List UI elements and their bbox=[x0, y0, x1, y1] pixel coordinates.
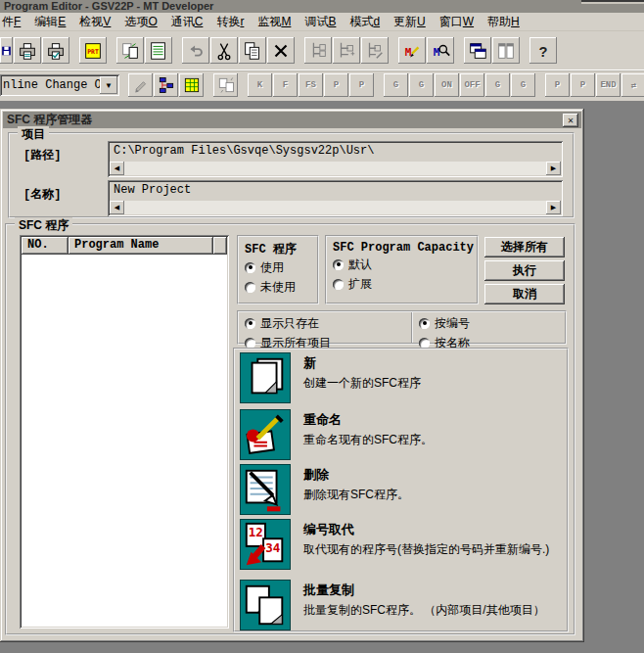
action-description: 创建一个新的SFC程序 bbox=[303, 375, 560, 391]
chevron-down-icon[interactable]: ▼ bbox=[100, 76, 117, 94]
menu-item-c[interactable]: 通讯C bbox=[164, 13, 210, 31]
branch-add-icon bbox=[333, 37, 360, 64]
name-field[interactable]: New Project ◀ ▶ bbox=[108, 180, 563, 216]
dialog-titlebar[interactable]: SFC 程序管理器 ✕ bbox=[3, 112, 581, 128]
cut-icon[interactable] bbox=[210, 37, 238, 64]
radio-icon[interactable] bbox=[245, 338, 255, 349]
menu-item-w[interactable]: 窗口W bbox=[433, 13, 481, 31]
execute-button[interactable]: 执行 bbox=[484, 260, 565, 281]
radio-icon[interactable] bbox=[333, 259, 344, 270]
menu-item-v[interactable]: 检视V bbox=[72, 13, 117, 31]
menu-item-e[interactable]: 编辑E bbox=[27, 13, 72, 31]
sfc-symbol-button-g: G bbox=[409, 73, 434, 97]
project-groupbox: 项目 [路径] C:\Program Files\Gsvqe\Sysgsv22p… bbox=[8, 132, 575, 218]
menu-item-u[interactable]: 更新U bbox=[387, 13, 433, 31]
sfc-symbol-button-g: G bbox=[384, 73, 408, 97]
radio-label: 使用 bbox=[260, 259, 284, 276]
sfc-symbol-button-f: F bbox=[273, 73, 298, 97]
name-scrollbar[interactable]: ◀ ▶ bbox=[110, 201, 561, 214]
action-description: 批量复制的SFC程序。 （内部项目/其他项目） bbox=[303, 602, 560, 618]
program-list-header: NO.Program Name bbox=[22, 237, 227, 255]
scroll-right-icon[interactable]: ▶ bbox=[546, 201, 561, 214]
action-row-delete: 删除删除现有SFC程序。 bbox=[235, 461, 567, 516]
sfc-program-option-使用[interactable]: 使用 bbox=[239, 257, 317, 277]
background-window-corner bbox=[581, 0, 644, 4]
printer-check-icon[interactable] bbox=[42, 37, 69, 64]
capacity-option-默认[interactable]: 默认 bbox=[327, 255, 477, 274]
pages-transfer-icon[interactable] bbox=[116, 37, 144, 64]
close-button[interactable]: ✕ bbox=[563, 114, 578, 127]
monitor-red-icon[interactable]: M bbox=[398, 37, 426, 64]
doc-grid-icon[interactable] bbox=[145, 37, 172, 64]
app-title: Program Editor - GSV22P - MT Developer bbox=[4, 0, 213, 12]
menu-item-h[interactable]: 帮助H bbox=[481, 13, 527, 31]
scroll-left-icon[interactable]: ◀ bbox=[110, 162, 124, 175]
rename-icon[interactable] bbox=[240, 409, 291, 460]
radio-label: 扩展 bbox=[348, 276, 372, 293]
path-field[interactable]: C:\Program Files\Gsvqe\Sysgsv22p\Usr\ ◀ … bbox=[108, 141, 563, 177]
scroll-left-icon[interactable]: ◀ bbox=[110, 201, 124, 214]
copy-icon[interactable] bbox=[239, 37, 266, 64]
name-label: [名称] bbox=[23, 186, 61, 203]
display-option-显示只存在[interactable]: 显示只存在 bbox=[239, 313, 411, 333]
menu-item-f[interactable]: 件F bbox=[0, 13, 27, 31]
list-column-extra[interactable] bbox=[213, 237, 227, 255]
menu-bar: 件F编辑E检视V选项O通讯C转换r监视M调试B模式d更新U窗口W帮助H bbox=[0, 13, 644, 31]
path-scroll-track[interactable] bbox=[124, 162, 546, 175]
window-cascade-icon[interactable] bbox=[464, 37, 491, 64]
grid-yellow-icon[interactable] bbox=[179, 73, 204, 97]
radio-icon[interactable] bbox=[245, 262, 255, 273]
display-panel: 显示只存在显示所有项目 按编号按名称 bbox=[237, 310, 567, 345]
action-row-new-doc: 新创建一个新的SFC程序 bbox=[235, 350, 567, 406]
program-list[interactable]: NO.Program Name bbox=[20, 235, 229, 629]
printer-icon[interactable] bbox=[14, 37, 41, 64]
menu-item-o[interactable]: 选项O bbox=[117, 13, 163, 31]
renumber-icon[interactable]: 1234 bbox=[240, 519, 291, 570]
radio-icon[interactable] bbox=[419, 318, 430, 329]
radio-icon[interactable] bbox=[245, 318, 255, 329]
delete-x-icon[interactable] bbox=[267, 37, 295, 64]
delete-icon[interactable] bbox=[240, 464, 291, 515]
new-doc-icon[interactable] bbox=[240, 352, 291, 403]
menu-item-d[interactable]: 模式d bbox=[343, 13, 387, 31]
batch-copy-icon[interactable] bbox=[240, 580, 291, 630]
radio-label: 显示只存在 bbox=[260, 315, 319, 332]
menu-item-r[interactable]: 转换r bbox=[209, 13, 251, 31]
select-all-button[interactable]: 选择所有 bbox=[484, 237, 565, 257]
save-icon[interactable] bbox=[0, 37, 13, 64]
action-row-batch-copy: 批量复制批量复制的SFC程序。 （内部项目/其他项目） bbox=[235, 577, 567, 630]
side-buttons: 选择所有执行取消 bbox=[484, 237, 565, 307]
radio-icon[interactable] bbox=[245, 282, 255, 293]
name-scroll-track[interactable] bbox=[124, 201, 546, 214]
scroll-right-icon[interactable]: ▶ bbox=[546, 162, 561, 175]
sfc-symbol-button-g: G bbox=[511, 73, 535, 97]
sfc-program-option-未使用[interactable]: 未使用 bbox=[239, 277, 317, 297]
radio-icon[interactable] bbox=[333, 279, 344, 290]
radio-icon[interactable] bbox=[419, 338, 430, 349]
svg-text:12: 12 bbox=[249, 525, 263, 539]
sfc-symbol-button-⇄: ⇄ bbox=[621, 73, 644, 97]
sfc-program-panel-title: SFC 程序 bbox=[239, 237, 317, 257]
tree-colored-icon[interactable] bbox=[154, 73, 178, 97]
online-change-value: nline Change OFF bbox=[0, 78, 100, 92]
list-column-no-[interactable]: NO. bbox=[22, 237, 69, 255]
capacity-option-扩展[interactable]: 扩展 bbox=[327, 274, 477, 294]
help-icon[interactable]: ? bbox=[529, 37, 557, 64]
sfc-symbol-button-on: ON bbox=[435, 73, 459, 97]
toolbar-sfc: nline Change OFF ▼ KFFSPPGGONOFFGGPPEND⇄ bbox=[0, 70, 644, 101]
action-row-renumber: 1234编号取代取代现有的程序号(替换指定的号码并重新编号.) bbox=[235, 516, 567, 577]
sort-option-按编号[interactable]: 按编号 bbox=[413, 313, 565, 333]
branch-edit-icon bbox=[361, 37, 389, 64]
menu-item-m[interactable]: 监视M bbox=[251, 13, 298, 31]
sfc-symbol-button-fs: FS bbox=[299, 73, 323, 97]
monitor-blue-icon[interactable]: M bbox=[427, 37, 454, 64]
list-column-program-name[interactable]: Program Name bbox=[69, 237, 213, 255]
menu-item-b[interactable]: 调试B bbox=[298, 13, 343, 31]
sfc-symbol-button-p: P bbox=[324, 73, 348, 97]
branch-insert-icon bbox=[304, 37, 332, 64]
prt-icon[interactable]: PRT bbox=[79, 37, 107, 64]
path-scrollbar[interactable]: ◀ ▶ bbox=[110, 162, 561, 175]
online-change-combo[interactable]: nline Change OFF ▼ bbox=[0, 74, 119, 96]
cancel-button[interactable]: 取消 bbox=[484, 284, 565, 304]
name-value: New Project bbox=[108, 180, 563, 198]
